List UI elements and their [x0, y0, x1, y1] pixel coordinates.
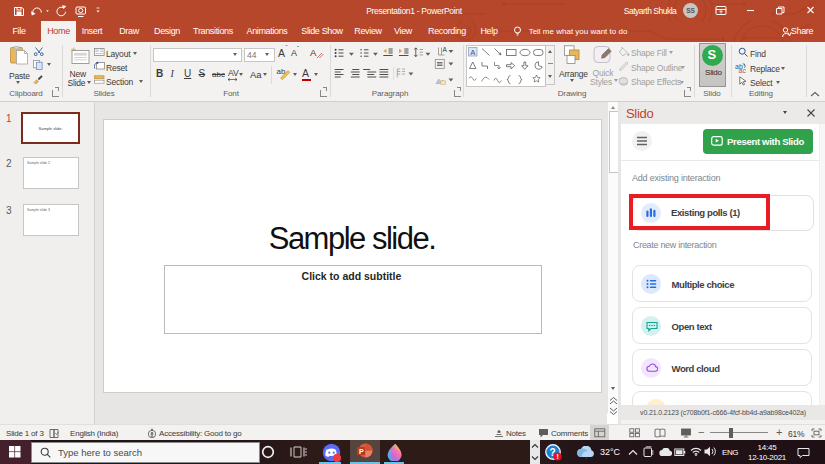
svg-text:A: A: [470, 48, 475, 57]
svg-text:P: P: [359, 448, 364, 455]
svg-text:A: A: [443, 46, 448, 53]
svg-text:ac: ac: [739, 66, 747, 72]
svg-text:!: !: [557, 453, 559, 460]
